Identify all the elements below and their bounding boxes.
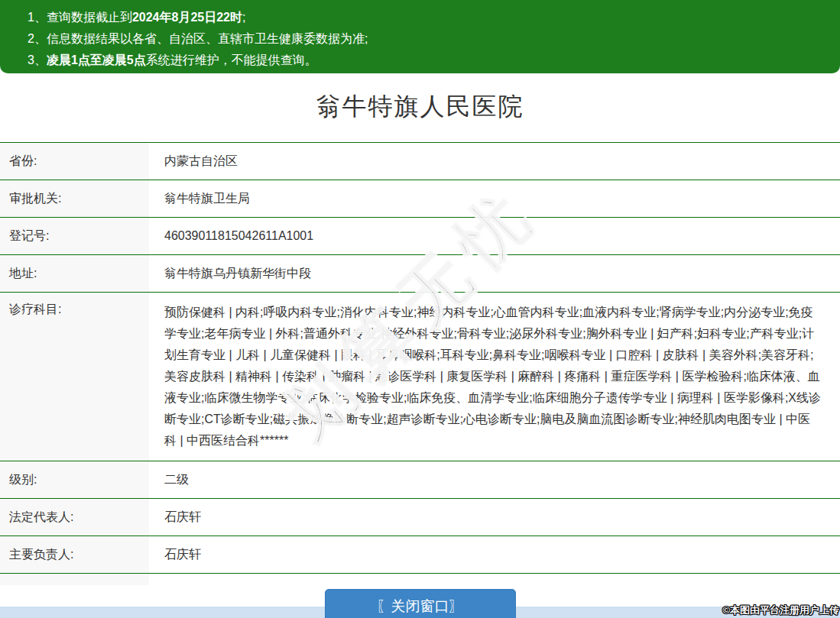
row-label: 级别: [0,461,149,498]
row-label: 登记号: [0,218,149,254]
row-value: 二级 [149,461,840,498]
table-row-person-in-charge: 主要负责人: 石庆轩 [0,536,840,574]
notice-line-1-number: 1、 [28,11,47,24]
table-row-medical-subjects: 诊疗科目: 预防保健科 | 内科;呼吸内科专业;消化内科专业;神经内科专业;心血… [0,293,840,461]
row-label: 诊疗科目: [0,293,149,461]
notice-line-2-number: 2、 [28,32,47,45]
row-label: 执业许可证有效期: [0,574,149,585]
row-value: 内蒙古自治区 [149,143,840,180]
page-title: 翁牛特旗人民医院 [0,90,840,124]
notice-line-3-text: 系统进行维护，不能提供查询。 [146,53,317,66]
notice-banner: 1、查询数据截止到2024年8月25日22时; 2、信息数据结果以各省、自治区、… [0,0,840,73]
notice-line-3: 3、凌晨1点至凌晨5点系统进行维护，不能提供查询。 [28,50,832,71]
row-value: 46039011815042611A1001 [149,218,840,254]
notice-line-3-number: 3、 [28,53,47,66]
row-value: 预防保健科 | 内科;呼吸内科专业;消化内科专业;神经内科专业;心血管内科专业;… [149,293,840,461]
notice-line-2-text: 信息数据结果以各省、自治区、直辖市卫生健康委数据为准; [47,32,368,45]
close-window-button[interactable]: 〖关闭窗口〗 [325,589,516,618]
notice-line-3-bold: 凌晨1点至凌晨5点 [47,53,146,66]
row-label: 地址: [0,255,149,292]
notice-line-1: 1、查询数据截止到2024年8月25日22时; [28,7,832,28]
row-label: 主要负责人: [0,536,149,573]
table-row-registration-number: 登记号: 46039011815042611A1001 [0,218,840,255]
row-value: 翁牛特旗乌丹镇新华街中段 [149,255,840,292]
table-row-approval-authority: 审批机关: 翁牛特旗卫生局 [0,180,840,218]
table-row-address: 地址: 翁牛特旗乌丹镇新华街中段 [0,255,840,293]
notice-line-2: 2、信息数据结果以各省、自治区、直辖市卫生健康委数据为准; [28,28,832,50]
table-row-level: 级别: 二级 [0,461,840,499]
row-value: 翁牛特旗卫生局 [149,180,840,217]
row-label: 省份: [0,143,149,180]
table-row-license-validity: 执业许可证有效期: 2020/11/23 至 2021/12/31 [0,574,840,585]
hospital-info-page: 1、查询数据截止到2024年8月25日22时; 2、信息数据结果以各省、自治区、… [0,0,840,618]
row-label: 法定代表人: [0,499,149,535]
row-value: 2020/11/23 至 2021/12/31 [149,574,840,585]
hospital-info-table: 省份: 内蒙古自治区 审批机关: 翁牛特旗卫生局 登记号: 4603901181… [0,142,840,585]
table-row-legal-representative: 法定代表人: 石庆轩 [0,499,840,536]
notice-line-1-bold: 2024年8月25日22时 [132,11,242,24]
row-label: 审批机关: [0,180,149,217]
notice-line-1-text: 查询数据截止到 [47,11,132,24]
row-value: 石庆轩 [149,536,840,573]
upload-credit-watermark: ©本图由平台注册用户上传 [722,603,839,617]
table-row-province: 省份: 内蒙古自治区 [0,143,840,180]
row-value: 石庆轩 [149,499,840,535]
